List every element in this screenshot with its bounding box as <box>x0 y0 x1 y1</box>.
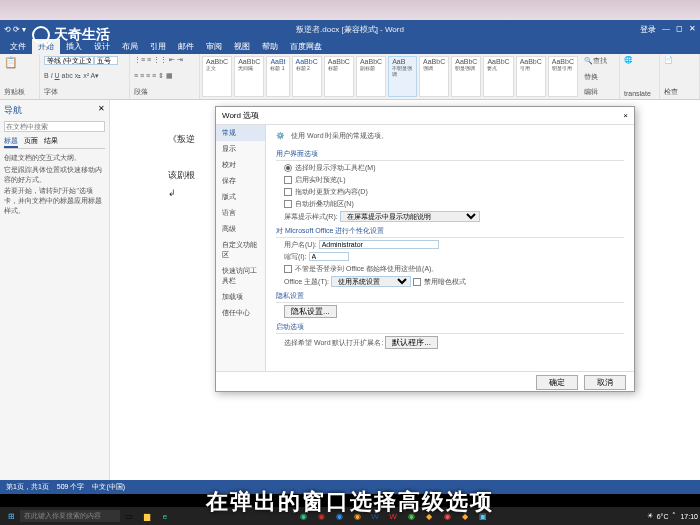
nav-hint-2: 它是跟踪具体位置或快速移动内容的好方式。 <box>4 165 105 185</box>
group-font: B I U abc x₂ x² A▾ 字体 <box>40 54 130 99</box>
opt-addins[interactable]: 加载项 <box>216 289 265 305</box>
signin-link[interactable]: 登录 <box>640 24 656 35</box>
group-editing: 🔍查找 替换 编辑 <box>580 54 620 99</box>
word-window: ⟲ ⟳ ▾ 叛逆者.docx [兼容模式] - Word 登录 — ◻ ✕ 文件… <box>0 20 700 480</box>
style-h2[interactable]: AaBbC标题 2 <box>292 56 322 97</box>
style-intense[interactable]: AaBbC要点 <box>483 56 513 97</box>
nav-hint-1: 创建文档的交互式大纲。 <box>4 153 105 163</box>
style-ref[interactable]: AaBbC引用 <box>516 56 546 97</box>
opt-proofing[interactable]: 校对 <box>216 157 265 173</box>
dialog-close-icon[interactable]: × <box>623 111 628 120</box>
style-h1[interactable]: AaBt标题 1 <box>266 56 289 97</box>
nav-tab-pages[interactable]: 页面 <box>24 136 38 148</box>
quickaccess[interactable]: ⟲ ⟳ ▾ <box>4 25 26 34</box>
paper-icon[interactable]: 📄 <box>664 56 695 64</box>
section-privacy: 隐私设置 <box>276 291 624 303</box>
style-book[interactable]: AaBbC明显引用 <box>548 56 578 97</box>
watermark-logo: 天奇生活 <box>32 26 110 44</box>
close-icon[interactable]: ✕ <box>689 24 696 35</box>
tab-file[interactable]: 文件 <box>4 39 32 54</box>
section-personalize: 对 Microsoft Office 进行个性化设置 <box>276 226 624 238</box>
options-icon: ⚙️ <box>276 132 285 140</box>
default-programs-button[interactable]: 默认程序... <box>385 336 438 349</box>
nav-search-input[interactable] <box>4 121 105 132</box>
tab-review[interactable]: 审阅 <box>200 39 228 54</box>
opt-save[interactable]: 保存 <box>216 173 265 189</box>
dialog-nav: 常规 显示 校对 保存 版式 语言 高级 自定义功能区 快速访问工具栏 加载项 … <box>216 125 266 371</box>
size-select[interactable] <box>94 56 118 65</box>
logo-text: 天奇生活 <box>54 26 110 44</box>
group-label: 编辑 <box>584 87 615 97</box>
group-paragraph: ⋮≡ ≡ ⋮⋮ ⇤ ⇥ ≡ ≡ ≡ ≡ ⇕ ▦ 段落 <box>130 54 200 99</box>
section-startup: 启动选项 <box>276 322 624 334</box>
group-styles: AaBbC正文 AaBbC无间隔 AaBt标题 1 AaBbC标题 2 AaBb… <box>200 54 580 99</box>
opt-display[interactable]: 显示 <box>216 141 265 157</box>
replace-button[interactable]: 替换 <box>584 72 615 82</box>
desk-edge <box>0 0 700 20</box>
check-collapse[interactable] <box>284 200 292 208</box>
privacy-button[interactable]: 隐私设置... <box>284 305 337 318</box>
tab-view[interactable]: 视图 <box>228 39 256 54</box>
word-options-dialog: Word 选项 × 常规 显示 校对 保存 版式 语言 高级 自定义功能区 快速… <box>215 106 635 392</box>
nav-close-icon[interactable]: ✕ <box>98 104 105 121</box>
group-label: 字体 <box>44 87 125 97</box>
initials-input[interactable] <box>309 252 349 261</box>
nav-tab-results[interactable]: 结果 <box>44 136 58 148</box>
opt-quickaccess[interactable]: 快速访问工具栏 <box>216 263 265 289</box>
dialog-title: Word 选项 <box>222 110 259 121</box>
check-always[interactable] <box>284 265 292 273</box>
window-title: 叛逆者.docx [兼容模式] - Word <box>296 24 404 35</box>
group-label: 剪贴板 <box>4 87 35 97</box>
style-normal[interactable]: AaBbC正文 <box>202 56 232 97</box>
check-bg[interactable] <box>413 278 421 286</box>
para-buttons2[interactable]: ≡ ≡ ≡ ≡ ⇕ ▦ <box>134 72 195 80</box>
tab-mailings[interactable]: 邮件 <box>172 39 200 54</box>
opt-language[interactable]: 语言 <box>216 205 265 221</box>
tab-help[interactable]: 帮助 <box>256 39 284 54</box>
check-dragdrop[interactable] <box>284 188 292 196</box>
radio-minitoolbar[interactable] <box>284 164 292 172</box>
style-quote[interactable]: AaBbC明显强调 <box>451 56 481 97</box>
font-buttons[interactable]: B I U abc x₂ x² A▾ <box>44 72 125 80</box>
nav-tab-headings[interactable]: 标题 <box>4 136 18 148</box>
style-emphasis[interactable]: AaB不明显强调 <box>388 56 417 97</box>
username-input[interactable] <box>319 240 439 249</box>
paper-label: 检查 <box>664 87 695 97</box>
tab-references[interactable]: 引用 <box>144 39 172 54</box>
group-clipboard: 📋 剪贴板 <box>0 54 40 99</box>
video-subtitle: 在弹出的窗口选择高级选项 <box>0 487 700 517</box>
opt-trust[interactable]: 信任中心 <box>216 305 265 321</box>
opt-customize-ribbon[interactable]: 自定义功能区 <box>216 237 265 263</box>
magnifier-icon <box>32 26 50 44</box>
minimize-icon[interactable]: — <box>662 24 670 35</box>
theme-select[interactable]: 使用系统设置 <box>331 276 411 287</box>
group-label: 段落 <box>134 87 195 97</box>
opt-general[interactable]: 常规 <box>216 125 265 141</box>
group-translate: 🌐 translate <box>620 54 660 99</box>
dialog-header: 使用 Word 时采用的常规选项。 <box>291 131 389 141</box>
navigation-pane: 导航✕ 标题 页面 结果 创建文档的交互式大纲。 它是跟踪具体位置或快速移动内容… <box>0 100 110 480</box>
section-ui: 用户界面选项 <box>276 149 624 161</box>
ok-button[interactable]: 确定 <box>536 375 578 390</box>
maximize-icon[interactable]: ◻ <box>676 24 683 35</box>
ribbon: 📋 剪贴板 B I U abc x₂ x² A▾ 字体 ⋮≡ ≡ ⋮⋮ ⇤ ⇥ … <box>0 54 700 100</box>
nav-hint-3: 若要开始，请转到"开始"选项卡，并向文档中的标题应用标题样式。 <box>4 186 105 215</box>
group-paper: 📄 检查 <box>660 54 700 99</box>
paste-icon[interactable]: 📋 <box>4 56 35 69</box>
check-livepreview[interactable] <box>284 176 292 184</box>
style-strong[interactable]: AaBbC强调 <box>419 56 449 97</box>
style-nospacing[interactable]: AaBbC无间隔 <box>234 56 264 97</box>
tooltip-select[interactable]: 在屏幕提示中显示功能说明 <box>340 211 480 222</box>
tab-baidu[interactable]: 百度网盘 <box>284 39 328 54</box>
para-buttons[interactable]: ⋮≡ ≡ ⋮⋮ ⇤ ⇥ <box>134 56 195 64</box>
translate-icon[interactable]: 🌐 <box>624 56 655 64</box>
tab-layout[interactable]: 布局 <box>116 39 144 54</box>
style-subtitle[interactable]: AaBbC副标题 <box>356 56 386 97</box>
opt-layout[interactable]: 版式 <box>216 189 265 205</box>
translate-label: translate <box>624 90 655 97</box>
cancel-button[interactable]: 取消 <box>584 375 626 390</box>
find-button[interactable]: 🔍查找 <box>584 56 615 66</box>
style-title[interactable]: AaBbC标题 <box>324 56 354 97</box>
font-select[interactable] <box>44 56 94 65</box>
opt-advanced[interactable]: 高级 <box>216 221 265 237</box>
